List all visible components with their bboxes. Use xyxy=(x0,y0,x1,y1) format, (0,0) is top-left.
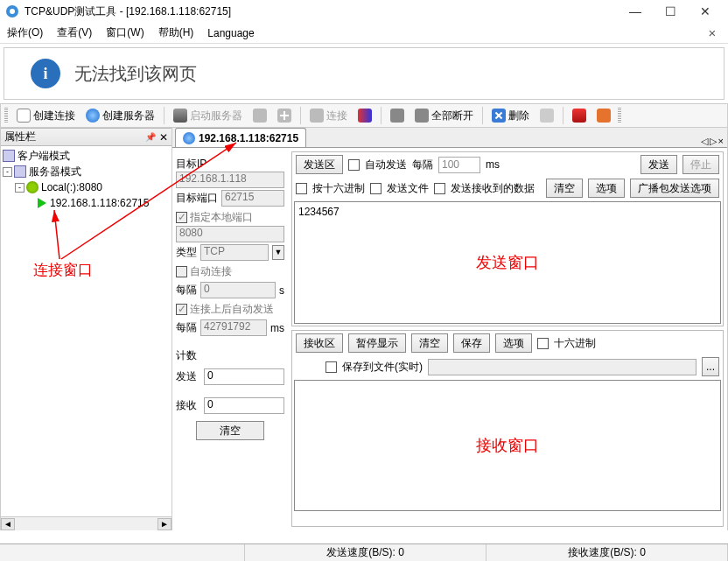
send-textarea[interactable]: 1234567 发送窗口 xyxy=(294,201,721,324)
tree-server-mode[interactable]: - 服务器模式 xyxy=(3,164,170,179)
right-area: 发送区 自动发送 每隔 100 ms 发送 停止 按十六进制 发送文件 发送接收… xyxy=(288,148,727,530)
minimize-button[interactable]: — xyxy=(618,2,653,21)
menu-window[interactable]: 窗口(W) xyxy=(106,25,144,40)
tree-client-mode[interactable]: 客户端模式 xyxy=(3,148,170,164)
auto-send-ms-input[interactable]: 42791792 xyxy=(200,319,267,336)
conn-props: 目标IP 192.168.1.118 目标端口 62715 ✓指定本地端口 80… xyxy=(172,148,288,530)
stop-tool-button[interactable] xyxy=(569,107,590,124)
tab-close-icon[interactable]: × xyxy=(718,136,724,147)
unknown-tool-1[interactable] xyxy=(354,107,375,124)
send-speed: 发送速度(B/S): 0 xyxy=(245,544,486,561)
broadcast-button[interactable]: 广播包发送选项 xyxy=(630,179,719,198)
recv-clear-button[interactable]: 清空 xyxy=(411,333,448,353)
interval-label: 每隔 xyxy=(176,283,197,298)
specify-local-checkbox[interactable]: ✓指定本地端口 xyxy=(176,210,253,225)
ms-label: ms xyxy=(486,158,500,171)
tab-next-icon[interactable]: ▷ xyxy=(710,136,717,147)
info-banner: 无法找到该网页 xyxy=(4,47,724,100)
svg-point-1 xyxy=(10,9,15,14)
recv-group: 接收区 暂停显示 清空 保存 选项 十六进制 保存到文件(实时) ... xyxy=(291,330,724,527)
create-server-button[interactable]: 创建服务器 xyxy=(82,107,158,125)
send-group: 发送区 自动发送 每隔 100 ms 发送 停止 按十六进制 发送文件 发送接收… xyxy=(291,151,724,326)
collapse-icon[interactable]: - xyxy=(3,167,12,177)
disconnect-all-button[interactable]: 全部断开 xyxy=(411,107,477,125)
save-button[interactable]: 保存 xyxy=(453,333,490,353)
auto-send-interval-input[interactable]: 100 xyxy=(438,157,480,173)
scroll-left-icon[interactable]: ◄ xyxy=(1,518,15,530)
pin-icon[interactable]: 📌 xyxy=(145,132,156,142)
tree-local-node[interactable]: - Local(:):8080 xyxy=(3,179,170,195)
menu-view[interactable]: 查看(V) xyxy=(57,25,92,40)
delete-all-button[interactable] xyxy=(536,107,557,124)
stop-button[interactable]: 停止 xyxy=(682,155,719,174)
dropdown-icon[interactable]: ▼ xyxy=(272,245,284,260)
toolbar-handle-2[interactable] xyxy=(618,108,621,123)
monitor-icon xyxy=(14,165,26,178)
save-file-path-input[interactable] xyxy=(428,359,696,375)
menu-help[interactable]: 帮助(H) xyxy=(158,25,194,40)
save-to-file-checkbox[interactable] xyxy=(326,361,337,373)
recv-options-button[interactable]: 选项 xyxy=(495,333,532,353)
delete-button[interactable]: 删除 xyxy=(488,107,533,125)
menu-close-icon[interactable]: × xyxy=(704,25,721,40)
hex-checkbox[interactable] xyxy=(296,183,307,194)
grey3-icon xyxy=(415,109,429,123)
properties-header: 属性栏 📌 ✕ xyxy=(1,128,172,146)
link-icon xyxy=(310,109,324,123)
tab-prev-icon[interactable]: ◁ xyxy=(701,136,708,147)
close-button[interactable]: ✕ xyxy=(688,2,723,21)
send-received-checkbox[interactable] xyxy=(434,183,445,194)
count-send-label: 发送 xyxy=(176,369,200,384)
unknown-tool-2[interactable] xyxy=(387,107,408,124)
help-button[interactable] xyxy=(593,107,614,124)
create-conn-button[interactable]: 创建连接 xyxy=(13,107,79,125)
browse-button[interactable]: ... xyxy=(702,357,719,376)
scroll-right-icon[interactable]: ► xyxy=(158,518,172,530)
recv-hex-checkbox[interactable] xyxy=(537,338,549,349)
connect-button[interactable]: 连接 xyxy=(306,107,351,125)
tree-view[interactable]: 客户端模式 - 服务器模式 - Local(:):8080 192.168.1.… xyxy=(1,146,172,516)
menu-operate[interactable]: 操作(O) xyxy=(7,25,43,40)
auto-connect-checkbox[interactable]: 自动连接 xyxy=(176,264,232,279)
properties-panel: 属性栏 📌 ✕ 客户端模式 - 服务器模式 - Local(:):8080 xyxy=(0,128,172,530)
auto-conn-interval-input[interactable]: 0 xyxy=(200,282,276,298)
save-to-file-label: 保存到文件(实时) xyxy=(342,360,423,375)
grey-icon xyxy=(253,109,267,123)
globe-icon xyxy=(183,132,195,144)
play-icon xyxy=(38,198,46,208)
maximize-button[interactable]: ☐ xyxy=(653,2,688,21)
menu-language[interactable]: Language xyxy=(207,27,254,39)
remove-server-button[interactable] xyxy=(274,107,295,124)
panel-close-icon[interactable]: ✕ xyxy=(159,131,168,144)
delete2-icon xyxy=(540,109,554,123)
monitor-icon xyxy=(3,150,15,162)
banner-text: 无法找到该网页 xyxy=(74,62,197,86)
send-options-button[interactable]: 选项 xyxy=(588,179,625,198)
pause-button[interactable]: 暂停显示 xyxy=(348,333,406,353)
send-clear-button[interactable]: 清空 xyxy=(546,179,583,198)
stop-server-button[interactable] xyxy=(249,107,270,124)
count-clear-button[interactable]: 清空 xyxy=(196,421,264,440)
tab-connection[interactable]: 192.168.1.118:62715 xyxy=(175,128,306,147)
panel-hscroll[interactable]: ◄ ► xyxy=(1,516,172,530)
auto-send-on-connect-checkbox[interactable]: ✓连接上后自动发送 xyxy=(176,302,274,317)
delete-icon xyxy=(492,109,506,123)
count-recv-value[interactable]: 0 xyxy=(204,397,284,414)
collapse-icon[interactable]: - xyxy=(15,183,24,193)
target-port-input[interactable]: 62715 xyxy=(221,190,284,207)
start-server-button[interactable]: 启动服务器 xyxy=(170,107,246,125)
recv-textarea[interactable]: 接收窗口 xyxy=(294,380,721,511)
send-file-checkbox[interactable] xyxy=(370,183,382,194)
send-content: 1234567 xyxy=(298,206,340,218)
local-port-input[interactable]: 8080 xyxy=(176,226,284,242)
send-button[interactable]: 发送 xyxy=(640,155,677,174)
count-send-value[interactable]: 0 xyxy=(204,368,284,385)
tree-conn-node[interactable]: 192.168.1.118:62715 xyxy=(3,195,170,211)
target-ip-input[interactable]: 192.168.1.118 xyxy=(176,172,284,188)
auto-send-label: 自动发送 xyxy=(365,158,407,172)
info-icon xyxy=(31,59,60,88)
type-select[interactable]: TCP xyxy=(200,244,269,261)
toolbar-handle[interactable] xyxy=(4,108,8,123)
auto-send-checkbox[interactable] xyxy=(348,159,360,171)
menubar: 操作(O) 查看(V) 窗口(W) 帮助(H) Language × xyxy=(0,23,728,44)
